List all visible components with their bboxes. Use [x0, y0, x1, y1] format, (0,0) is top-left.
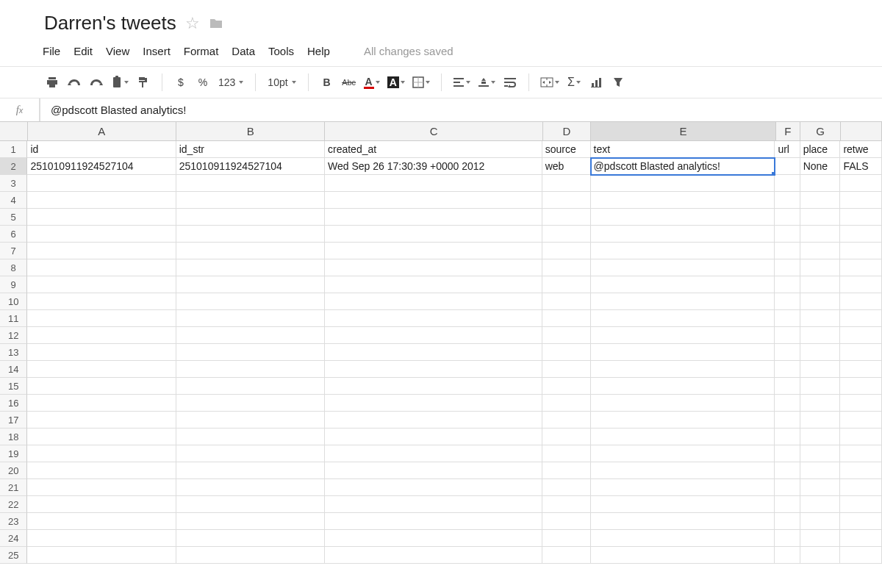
cell[interactable]: FALS [840, 158, 882, 175]
column-header-d[interactable]: D [543, 122, 592, 140]
cell[interactable]: source [542, 141, 591, 158]
cell[interactable]: @pdscott Blasted analytics! [591, 158, 775, 175]
cell[interactable] [591, 226, 775, 243]
cell[interactable] [591, 293, 775, 310]
cell[interactable] [176, 547, 325, 564]
cell[interactable] [800, 327, 841, 344]
cell[interactable] [800, 547, 841, 564]
cell[interactable] [775, 293, 800, 310]
cell[interactable] [325, 293, 542, 310]
cell[interactable] [325, 479, 542, 496]
cell[interactable] [840, 479, 882, 496]
print-icon[interactable] [43, 72, 62, 93]
cell[interactable] [542, 378, 591, 395]
row-header[interactable]: 4 [0, 192, 27, 209]
cell[interactable]: 251010911924527104 [176, 158, 325, 175]
cell[interactable] [542, 344, 591, 361]
cell[interactable] [27, 462, 176, 479]
row-header[interactable]: 13 [0, 344, 27, 361]
cell[interactable] [27, 429, 176, 445]
cell[interactable]: Wed Sep 26 17:30:39 +0000 2012 [325, 158, 542, 175]
cell[interactable] [775, 192, 800, 209]
cell[interactable] [176, 327, 325, 344]
formula-input[interactable] [40, 104, 882, 116]
cell[interactable] [176, 226, 325, 243]
cell[interactable] [325, 243, 542, 259]
cell[interactable] [542, 361, 591, 378]
cell[interactable] [27, 547, 176, 564]
cell[interactable]: place [800, 141, 841, 158]
cell[interactable]: url [775, 141, 800, 158]
row-header[interactable]: 23 [0, 513, 27, 530]
cell[interactable] [591, 395, 775, 412]
cell[interactable] [775, 530, 800, 547]
cell[interactable] [840, 243, 882, 259]
menu-insert[interactable]: Insert [143, 45, 171, 57]
cell[interactable] [840, 462, 882, 479]
cell[interactable] [325, 429, 542, 445]
fill-color-button[interactable]: A [385, 72, 407, 93]
cell[interactable] [27, 276, 176, 293]
cell[interactable] [325, 175, 542, 192]
row-header[interactable]: 11 [0, 310, 27, 327]
cell[interactable] [542, 547, 591, 564]
cell[interactable] [542, 496, 591, 513]
row-header[interactable]: 14 [0, 361, 27, 378]
cell[interactable] [176, 513, 325, 530]
cell[interactable] [542, 530, 591, 547]
cell[interactable] [591, 327, 775, 344]
cell[interactable] [840, 412, 882, 429]
number-format-button[interactable]: 123 [215, 76, 246, 88]
cell[interactable] [840, 429, 882, 445]
cell[interactable] [775, 395, 800, 412]
cell[interactable] [591, 276, 775, 293]
cell[interactable] [800, 344, 841, 361]
cell[interactable] [800, 361, 841, 378]
cell[interactable] [176, 209, 325, 226]
column-header-f[interactable]: F [776, 122, 801, 140]
cell[interactable] [176, 243, 325, 259]
menu-file[interactable]: File [43, 45, 60, 57]
menu-edit[interactable]: Edit [74, 45, 93, 57]
cell[interactable] [542, 175, 591, 192]
cell[interactable] [325, 276, 542, 293]
cell[interactable] [27, 412, 176, 429]
cell[interactable] [775, 479, 800, 496]
row-header[interactable]: 10 [0, 293, 27, 310]
cell[interactable]: web [542, 158, 591, 175]
row-header[interactable]: 15 [0, 378, 27, 395]
align-v-button[interactable] [476, 72, 498, 93]
cell[interactable] [176, 378, 325, 395]
cell[interactable] [325, 395, 542, 412]
cell[interactable] [800, 513, 841, 530]
row-header[interactable]: 5 [0, 209, 27, 226]
cell[interactable] [800, 310, 841, 327]
row-header[interactable]: 18 [0, 429, 27, 445]
cell[interactable] [800, 445, 841, 462]
cell[interactable] [591, 378, 775, 395]
cell[interactable] [800, 293, 841, 310]
cell[interactable] [591, 192, 775, 209]
cell[interactable]: created_at [325, 141, 542, 158]
column-header-c[interactable]: C [325, 122, 542, 140]
cell[interactable] [542, 513, 591, 530]
cell[interactable] [775, 496, 800, 513]
cell[interactable] [775, 259, 800, 276]
cell[interactable] [27, 395, 176, 412]
cell[interactable] [591, 175, 775, 192]
cell[interactable] [27, 445, 176, 462]
cell[interactable] [775, 276, 800, 293]
cell[interactable] [591, 310, 775, 327]
cell[interactable] [591, 344, 775, 361]
cell[interactable] [840, 395, 882, 412]
cell[interactable] [800, 395, 841, 412]
cell[interactable]: retwe [840, 141, 882, 158]
column-header-b[interactable]: B [176, 122, 325, 140]
row-header[interactable]: 2 [0, 158, 27, 175]
row-header[interactable]: 16 [0, 395, 27, 412]
cell[interactable] [542, 395, 591, 412]
column-header-a[interactable]: A [28, 122, 176, 140]
cell[interactable] [27, 175, 176, 192]
cell[interactable] [325, 445, 542, 462]
row-header[interactable]: 3 [0, 175, 27, 192]
